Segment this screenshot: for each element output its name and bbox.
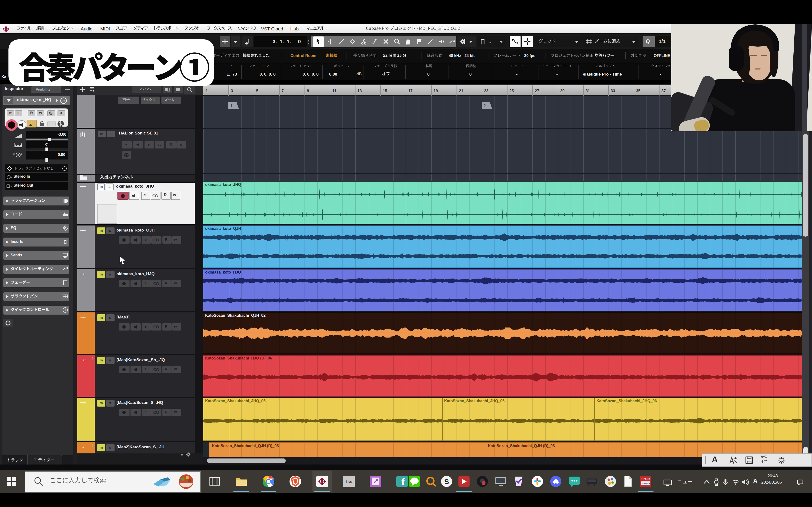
svg-text:Live: Live — [346, 480, 352, 484]
svg-text:WRITER: WRITER — [642, 482, 650, 485]
svg-text:2: 2 — [484, 104, 486, 108]
svg-text:e: e — [62, 99, 64, 103]
svg-text:1: 1 — [230, 104, 233, 108]
svg-text:f: f — [401, 476, 405, 487]
svg-text:TRACK: TRACK — [641, 477, 651, 481]
svg-text:S: S — [444, 477, 449, 486]
